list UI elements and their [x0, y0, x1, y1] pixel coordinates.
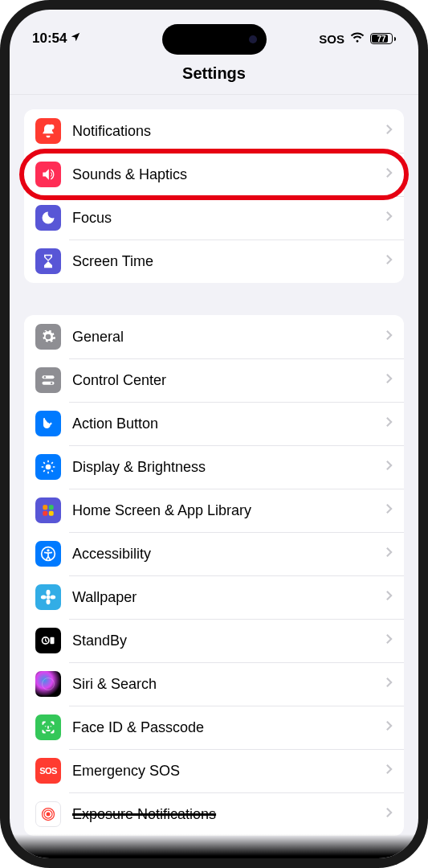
row-action-button[interactable]: Action Button [24, 402, 404, 445]
svg-point-12 [47, 596, 51, 600]
faceid-icon [35, 714, 61, 740]
row-label: General [72, 329, 385, 346]
svg-point-3 [44, 376, 47, 379]
row-label: Siri & Search [72, 676, 385, 693]
svg-point-16 [51, 596, 56, 600]
svg-point-19 [43, 678, 55, 690]
row-sounds-haptics[interactable]: Sounds & Haptics [24, 153, 404, 196]
row-label: Action Button [72, 416, 385, 432]
row-emergency-sos[interactable]: SOS Emergency SOS [24, 749, 404, 792]
chevron-right-icon [385, 124, 393, 138]
hourglass-icon [35, 248, 61, 274]
phone-frame: 10:54 SOS 77 Settings [0, 0, 428, 868]
row-label: Home Screen & App Library [72, 502, 385, 519]
action-icon [35, 411, 61, 436]
settings-group-2: General Control Center Action Button [24, 315, 404, 836]
row-wallpaper[interactable]: Wallpaper [24, 575, 404, 619]
bottom-fade [10, 834, 418, 858]
svg-point-11 [47, 549, 49, 551]
row-label: Emergency SOS [72, 763, 385, 780]
page-title: Settings [10, 58, 418, 95]
row-label: Notifications [72, 123, 385, 140]
row-standby[interactable]: StandBy [24, 619, 404, 662]
chevron-right-icon [385, 330, 393, 344]
switches-icon [35, 367, 61, 393]
svg-point-20 [47, 813, 51, 817]
row-label: Face ID & Passcode [72, 719, 385, 736]
chevron-right-icon [385, 764, 393, 778]
exposure-icon [35, 801, 61, 827]
row-label: Focus [72, 210, 385, 227]
chevron-right-icon [385, 416, 393, 431]
row-label: Control Center [72, 372, 385, 389]
flower-icon [35, 584, 61, 610]
location-arrow-icon [70, 31, 81, 47]
chevron-right-icon [385, 460, 393, 474]
svg-point-5 [46, 465, 51, 470]
row-control-center[interactable]: Control Center [24, 358, 404, 402]
sos-icon: SOS [35, 758, 61, 784]
speaker-icon [35, 162, 61, 187]
dynamic-island [162, 24, 267, 55]
bell-badge-icon [35, 118, 61, 144]
row-focus[interactable]: Focus [24, 196, 404, 240]
sun-icon [35, 454, 61, 480]
chevron-right-icon [385, 373, 393, 387]
svg-rect-6 [43, 505, 47, 510]
moon-icon [35, 205, 61, 231]
row-label: Exposure Notifications [72, 806, 385, 823]
row-label: Accessibility [72, 546, 385, 563]
chevron-right-icon [385, 807, 393, 821]
svg-point-13 [47, 590, 51, 596]
chevron-right-icon [385, 720, 393, 735]
phone-screen: 10:54 SOS 77 Settings [10, 10, 418, 858]
row-general[interactable]: General [24, 315, 404, 358]
gear-icon [35, 324, 61, 350]
row-accessibility[interactable]: Accessibility [24, 532, 404, 575]
chevron-right-icon [385, 254, 393, 268]
svg-rect-7 [49, 505, 54, 510]
chevron-right-icon [385, 503, 393, 518]
svg-rect-18 [51, 637, 55, 644]
settings-group-1: Notifications Sounds & Haptics Focus [24, 109, 404, 283]
row-faceid[interactable]: Face ID & Passcode [24, 706, 404, 749]
status-time: 10:54 [32, 31, 67, 47]
row-siri-search[interactable]: Siri & Search [24, 662, 404, 706]
row-notifications[interactable]: Notifications [24, 109, 404, 153]
row-display-brightness[interactable]: Display & Brightness [24, 445, 404, 489]
svg-rect-8 [43, 511, 47, 516]
svg-rect-9 [49, 511, 54, 516]
chevron-right-icon [385, 590, 393, 604]
settings-content[interactable]: Notifications Sounds & Haptics Focus [10, 109, 418, 836]
row-label: StandBy [72, 633, 385, 649]
chevron-right-icon [385, 547, 393, 561]
chevron-right-icon [385, 633, 393, 648]
standby-icon [35, 628, 61, 653]
svg-point-14 [47, 600, 51, 605]
chevron-right-icon [385, 677, 393, 691]
svg-point-15 [41, 596, 47, 600]
chevron-right-icon [385, 211, 393, 225]
siri-icon [35, 671, 61, 697]
row-label: Wallpaper [72, 589, 385, 606]
row-screen-time[interactable]: Screen Time [24, 240, 404, 283]
sos-label: SOS [319, 32, 344, 46]
row-exposure-notifications[interactable]: Exposure Notifications [24, 792, 404, 836]
chevron-right-icon [385, 167, 393, 182]
row-label: Sounds & Haptics [72, 166, 385, 183]
battery-icon: 77 [370, 33, 396, 44]
row-home-screen[interactable]: Home Screen & App Library [24, 489, 404, 532]
row-label: Screen Time [72, 253, 385, 270]
row-label: Display & Brightness [72, 459, 385, 476]
grid-icon [35, 497, 61, 523]
svg-point-4 [51, 383, 52, 385]
svg-point-0 [49, 125, 55, 130]
person-circle-icon [35, 541, 61, 567]
wifi-icon [350, 31, 365, 47]
